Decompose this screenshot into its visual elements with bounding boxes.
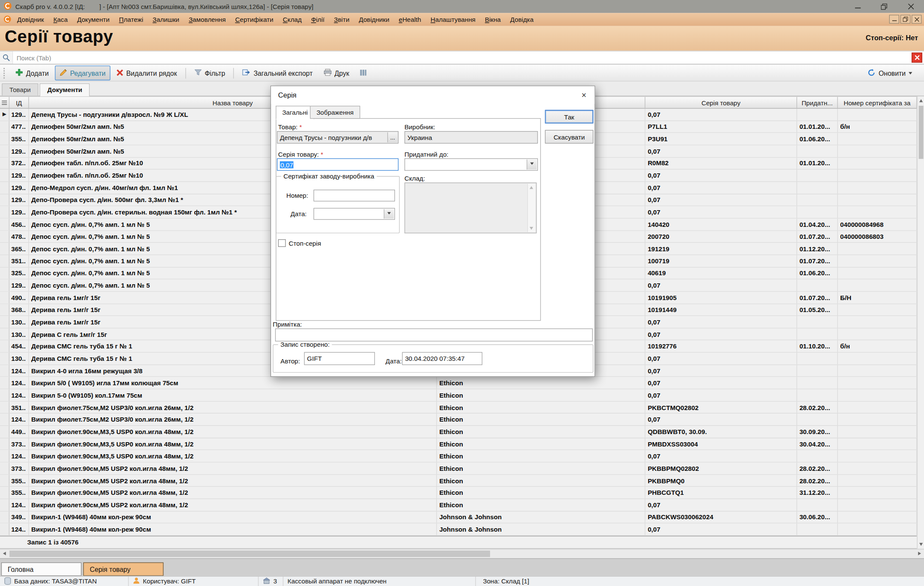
column-header-marker: [0, 97, 9, 108]
tab-tovary[interactable]: Товари: [2, 83, 39, 96]
cert-date-combobox[interactable]: [314, 208, 395, 220]
stop-series-checkbox[interactable]: Стоп-серія: [278, 239, 321, 247]
created-date-field[interactable]: 30.04.2020 07:35:47: [402, 352, 482, 365]
certificate-group-label: Сертифікат заводу-виробника: [281, 173, 377, 180]
table-row[interactable]: 373..Викрил фиолет.90см,М3,5 USP0 кол.иг…: [0, 438, 917, 451]
clear-search-button[interactable]: [912, 53, 922, 62]
row-marker: [0, 255, 9, 267]
table-row[interactable]: 124..Викрил фиолет.90см,М5 USP2 кол.игла…: [0, 499, 917, 512]
browse-button[interactable]: ...: [387, 132, 397, 142]
tab-dokumenty[interactable]: Документи: [40, 83, 90, 96]
menu-item[interactable]: Платежі: [114, 14, 148, 25]
cell-name: Викрил фиолет.90см,М5 USP2 кол.игла 48мм…: [29, 487, 437, 499]
cell-certificate: [838, 353, 917, 364]
menu-item[interactable]: Склад: [278, 14, 306, 25]
series-field[interactable]: 0,07: [277, 158, 398, 171]
author-field[interactable]: GIFT: [304, 352, 375, 365]
scroll-up-arrow-icon[interactable]: [919, 99, 922, 102]
table-row[interactable]: 124..Викрил-1 (W9468) 40мм кол-реж 90смJ…: [0, 524, 917, 536]
cell-valid-until: 01.04.20...: [797, 218, 838, 230]
mdi-close-button[interactable]: [912, 15, 921, 24]
warehouse-scrollbar[interactable]: [527, 184, 535, 232]
row-marker: [0, 365, 9, 377]
filter-button[interactable]: Фільтр: [189, 65, 230, 80]
ok-button[interactable]: Так: [545, 110, 593, 124]
cell-certificate: [838, 402, 917, 413]
cert-number-field[interactable]: [314, 190, 395, 202]
table-row[interactable]: 355..Викрил фиолет.90см,М5 USP2 кол.игла…: [0, 487, 917, 500]
scroll-down-arrow-icon[interactable]: [919, 543, 922, 546]
column-header-id[interactable]: ІД: [9, 97, 29, 108]
menu-item[interactable]: eHealth: [394, 14, 426, 25]
mdi-minimize-button[interactable]: [889, 15, 899, 24]
menu-item[interactable]: Довідники: [354, 14, 394, 25]
menu-item[interactable]: Каса: [49, 14, 72, 25]
grid-footer: Запис 1 із 40576: [0, 536, 917, 549]
menu-item[interactable]: Звіти: [329, 14, 354, 25]
mdi-restore-button[interactable]: [900, 15, 910, 24]
mdi-controls: [889, 15, 922, 24]
vertical-scrollbar-thumb[interactable]: [919, 106, 924, 159]
warehouse-field[interactable]: [404, 182, 537, 233]
row-marker: [0, 182, 9, 193]
menu-item[interactable]: Залишки: [148, 14, 184, 25]
menu-item[interactable]: Довідка: [505, 14, 538, 25]
note-field[interactable]: [275, 328, 593, 341]
table-row[interactable]: 124..Викрил 5-0 (W9105) кол.17мм 75смEth…: [0, 390, 917, 402]
dropdown-arrow-icon[interactable]: [527, 160, 537, 170]
window-close-button[interactable]: [897, 0, 924, 13]
bottom-tab-home[interactable]: Головна: [1, 562, 82, 576]
table-row[interactable]: 373..Викрил фиолет.90см,М5 USP2 кол.игла…: [0, 463, 917, 475]
add-button[interactable]: Додати: [11, 65, 53, 80]
table-row[interactable]: 124..Викрил фиолет.75см,М2 USP3/0 кол.иг…: [0, 414, 917, 426]
vertical-scrollbar[interactable]: [917, 96, 924, 549]
menu-item[interactable]: Документи: [72, 14, 114, 25]
column-header-certificate[interactable]: Номер сертифіката за: [838, 97, 917, 108]
column-header-valid-until[interactable]: Придатн...: [797, 97, 838, 108]
menu-item[interactable]: Замовлення: [184, 14, 231, 25]
manufacturer-field[interactable]: Украина: [404, 131, 538, 143]
created-date-label: Дата:: [386, 357, 402, 365]
cell-name: Викрил фиолет.75см,М2 USP3/0 кол.игла 26…: [29, 414, 437, 425]
table-row[interactable]: 449..Викрил фиолет.90см,М3,5 USP0 кол.иг…: [0, 426, 917, 438]
export-button[interactable]: Загальний експорт: [238, 65, 317, 80]
product-field[interactable]: Депенд Трусы - подгузники д/в ...: [277, 131, 398, 143]
window-restore-button[interactable]: [871, 0, 897, 13]
window-minimize-button[interactable]: [844, 0, 871, 13]
scroll-left-arrow-icon[interactable]: [3, 552, 6, 555]
delete-row-button[interactable]: Видалити рядок: [111, 66, 181, 80]
table-row[interactable]: 349..Викрил-1 (W9468) 40мм кол-реж 90смJ…: [0, 512, 917, 524]
table-row[interactable]: 124..Викрил фиолет.90см,М3,5 USP0 кол.иг…: [0, 450, 917, 463]
print-button[interactable]: Друк: [318, 65, 354, 80]
columns-button[interactable]: [355, 66, 372, 80]
table-row[interactable]: 351..Викрил фиолет.75см,М2 USP3/0 кол.иг…: [0, 402, 917, 414]
row-marker: [0, 390, 9, 401]
dialog-tab-images[interactable]: Зображення: [310, 106, 360, 119]
dialog-close-icon[interactable]: ×: [577, 89, 591, 101]
menu-item[interactable]: Сертифікати: [230, 14, 278, 25]
cell-id: 129..: [9, 280, 29, 291]
horizontal-scrollbar-thumb[interactable]: [9, 550, 490, 557]
cell-certificate: Б/Н: [838, 292, 917, 303]
search-input[interactable]: [13, 51, 912, 64]
refresh-button[interactable]: Оновити: [863, 65, 917, 80]
series-dialog: Серія × Загальні Зображення Так Скасуват…: [270, 86, 595, 377]
cancel-button[interactable]: Скасувати: [545, 130, 593, 144]
toolbar-grip[interactable]: [3, 68, 6, 78]
dialog-tab-general[interactable]: Загальні: [276, 106, 314, 119]
menu-item[interactable]: Налаштування: [426, 14, 480, 25]
table-row[interactable]: 124..Викрил 5/0 ( W9105) игла 17мм колющ…: [0, 377, 917, 390]
menu-item[interactable]: Вікна: [480, 14, 505, 25]
dropdown-arrow-icon[interactable]: [384, 209, 394, 219]
column-header-series[interactable]: Серія товару: [645, 97, 797, 108]
scroll-right-arrow-icon[interactable]: [918, 552, 921, 555]
valid-until-combobox[interactable]: [404, 158, 538, 171]
bottom-tab-series[interactable]: Серія товару: [83, 562, 164, 576]
edit-button[interactable]: Редагувати: [55, 65, 110, 80]
table-row[interactable]: 355..Викрил фиолет.90см,М5 USP2 кол.игла…: [0, 475, 917, 487]
menu-item[interactable]: Довідник: [12, 14, 49, 25]
menu-item[interactable]: Філії: [306, 14, 329, 25]
printer-icon: [323, 68, 331, 77]
horizontal-scrollbar[interactable]: [0, 549, 924, 558]
user-icon: [133, 577, 140, 585]
